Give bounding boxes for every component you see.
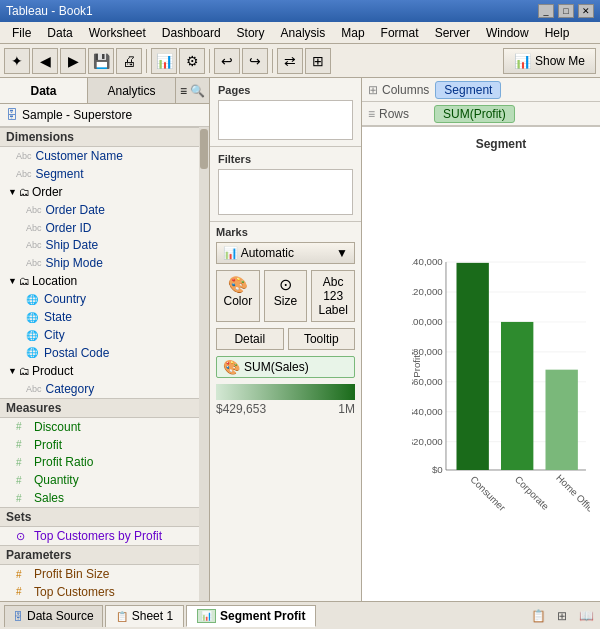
new-dashboard-button[interactable]: ⊞ <box>552 606 572 626</box>
tooltip-button[interactable]: Tooltip <box>288 328 356 350</box>
toolbar-swap-button[interactable]: ⇄ <box>277 48 303 74</box>
show-me-button[interactable]: 📊 Show Me <box>503 48 596 74</box>
menu-help[interactable]: Help <box>537 24 578 42</box>
panel-icon-search[interactable]: 🔍 <box>190 84 205 98</box>
field-city[interactable]: 🌐 City <box>0 326 209 344</box>
group-product[interactable]: ▼ 🗂 Product <box>0 362 209 380</box>
toolbar-forward-button[interactable]: ▶ <box>60 48 86 74</box>
menu-window[interactable]: Window <box>478 24 537 42</box>
field-ship-mode[interactable]: Abc Ship Mode <box>0 254 209 272</box>
hash-icon-2: # <box>16 439 30 450</box>
close-button[interactable]: ✕ <box>578 4 594 18</box>
color-button[interactable]: 🎨 Color <box>216 270 260 322</box>
detail-button[interactable]: Detail <box>216 328 284 350</box>
show-me-label: Show Me <box>535 54 585 68</box>
marks-type-dropdown[interactable]: 📊 Automatic ▼ <box>216 242 355 264</box>
rows-pill[interactable]: SUM(Profit) <box>434 105 515 123</box>
menu-format[interactable]: Format <box>373 24 427 42</box>
maximize-button[interactable]: □ <box>558 4 574 18</box>
abc-icon-3: Abc <box>26 223 42 233</box>
filters-box[interactable] <box>218 169 353 215</box>
tab-data[interactable]: Data <box>0 78 88 103</box>
label-button[interactable]: Abc123 Label <box>311 270 355 322</box>
menu-dashboard[interactable]: Dashboard <box>154 24 229 42</box>
group-location[interactable]: ▼ 🗂 Location <box>0 272 209 290</box>
field-profit-ratio[interactable]: # Profit Ratio <box>0 454 209 472</box>
menu-file[interactable]: File <box>4 24 39 42</box>
globe-icon-2: 🌐 <box>26 312 40 323</box>
field-order-id[interactable]: Abc Order ID <box>0 219 209 237</box>
data-source-tab[interactable]: 🗄 Data Source <box>4 605 103 627</box>
data-source-item[interactable]: 🗄 Sample - Superstore <box>0 104 209 127</box>
field-postal-code[interactable]: 🌐 Postal Code <box>0 344 209 362</box>
toolbar-sort-button[interactable]: ⊞ <box>305 48 331 74</box>
sheet1-tab[interactable]: 📋 Sheet 1 <box>105 605 184 627</box>
field-discount[interactable]: # Discount <box>0 418 209 436</box>
left-panel-scrollbar[interactable] <box>199 127 209 601</box>
toolbar-new-button[interactable]: ✦ <box>4 48 30 74</box>
field-country[interactable]: 🌐 Country <box>0 290 209 308</box>
scrollbar-thumb <box>200 129 208 169</box>
middle-panel: Pages Filters Marks 📊 Automatic ▼ 🎨 Colo… <box>210 78 362 601</box>
y-label-0: $0 <box>432 464 443 475</box>
detail-tooltip-row: Detail Tooltip <box>216 328 355 350</box>
bar-consumer[interactable] <box>457 263 489 470</box>
menu-analysis[interactable]: Analysis <box>273 24 334 42</box>
new-story-button[interactable]: 📖 <box>576 606 596 626</box>
group-product-label: Product <box>32 364 73 378</box>
bar-chart-svg: $140,000 $120,000 $100,000 $80,000 $60,0… <box>412 157 590 571</box>
bar-chart-icon: 📊 <box>223 246 238 260</box>
field-sales[interactable]: # Sales <box>0 489 209 507</box>
segment-profit-tab[interactable]: 📊 Segment Profit <box>186 605 316 627</box>
panel-icon-list[interactable]: ≡ <box>180 84 187 98</box>
field-customer-name[interactable]: Abc Customer Name <box>0 147 209 165</box>
field-state[interactable]: 🌐 State <box>0 308 209 326</box>
new-sheet-button[interactable]: 📋 <box>528 606 548 626</box>
field-profit-bin-size[interactable]: # Profit Bin Size <box>0 565 209 583</box>
field-category[interactable]: Abc Category <box>0 380 209 398</box>
measures-label: Measures <box>6 401 61 415</box>
field-quantity[interactable]: # Quantity <box>0 471 209 489</box>
menu-worksheet[interactable]: Worksheet <box>81 24 154 42</box>
field-list: Dimensions Abc Customer Name Abc Segment… <box>0 127 209 601</box>
field-profit[interactable]: # Profit <box>0 436 209 454</box>
field-segment[interactable]: Abc Segment <box>0 165 209 183</box>
label-icon: Abc123 <box>323 275 344 303</box>
pages-box[interactable] <box>218 100 353 140</box>
globe-icon-3: 🌐 <box>26 330 40 341</box>
field-top-customers-set[interactable]: ⊙ Top Customers by Profit <box>0 527 209 545</box>
menu-map[interactable]: Map <box>333 24 372 42</box>
toolbar-back-button[interactable]: ◀ <box>32 48 58 74</box>
x-label-home-office: Home Office <box>554 472 590 518</box>
field-profit-label: Profit <box>34 438 62 452</box>
toolbar-filter-button[interactable]: ⚙ <box>179 48 205 74</box>
columns-shelf: ⊞ Columns Segment <box>362 78 600 102</box>
menu-story[interactable]: Story <box>229 24 273 42</box>
menu-server[interactable]: Server <box>427 24 478 42</box>
field-profit-ratio-label: Profit Ratio <box>34 455 93 469</box>
minimize-button[interactable]: _ <box>538 4 554 18</box>
columns-pill[interactable]: Segment <box>435 81 501 99</box>
gradient-max-label: 1M <box>338 402 355 416</box>
toolbar-save-button[interactable]: 💾 <box>88 48 114 74</box>
sum-sales-pill[interactable]: 🎨 SUM(Sales) <box>216 356 355 378</box>
size-button[interactable]: ⊙ Size <box>264 270 308 322</box>
bottom-bar: 🗄 Data Source 📋 Sheet 1 📊 Segment Profit… <box>0 601 600 629</box>
toolbar-undo-button[interactable]: ↩ <box>214 48 240 74</box>
field-top-customers-param[interactable]: # Top Customers <box>0 583 209 601</box>
toolbar-print-button[interactable]: 🖨 <box>116 48 142 74</box>
toolbar-chart-button[interactable]: 📊 <box>151 48 177 74</box>
menu-data[interactable]: Data <box>39 24 80 42</box>
field-ship-date[interactable]: Abc Ship Date <box>0 237 209 255</box>
dropdown-arrow-icon: ▼ <box>336 246 348 260</box>
color-label: Color <box>223 294 252 308</box>
field-order-date[interactable]: Abc Order Date <box>0 201 209 219</box>
tab-analytics[interactable]: Analytics <box>88 78 176 103</box>
group-order[interactable]: ▼ 🗂 Order <box>0 183 209 201</box>
bar-home-office[interactable] <box>546 370 578 470</box>
bar-corporate[interactable] <box>501 322 533 470</box>
window-controls[interactable]: _ □ ✕ <box>538 4 594 18</box>
show-me-icon: 📊 <box>514 53 531 69</box>
menu-bar: File Data Worksheet Dashboard Story Anal… <box>0 22 600 44</box>
toolbar-redo-button[interactable]: ↪ <box>242 48 268 74</box>
